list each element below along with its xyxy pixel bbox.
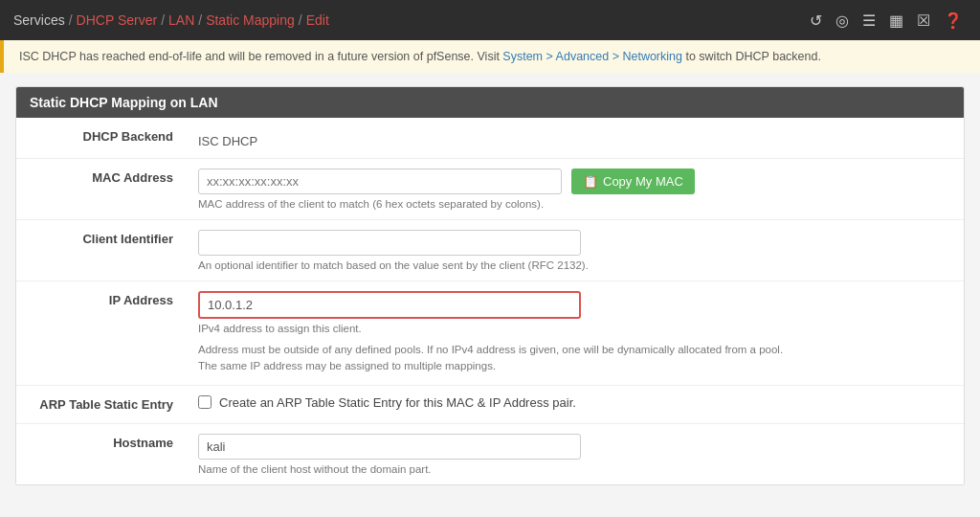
breadcrumb-static-mapping[interactable]: Static Mapping [206, 12, 295, 28]
label-client-identifier: Client Identifier [16, 220, 189, 281]
label-hostname: Hostname [16, 423, 189, 484]
mac-address-input[interactable] [198, 169, 562, 194]
alert-banner: ISC DHCP has reached end-of-life and wil… [0, 40, 980, 73]
chart-icon[interactable]: ▦ [885, 10, 907, 32]
breadcrumb-sep-2: / [161, 12, 165, 28]
list-icon[interactable]: ☰ [858, 10, 880, 32]
value-arp-static: Create an ARP Table Static Entry for thi… [189, 385, 964, 423]
row-dhcp-backend: DHCP Backend ISC DHCP [16, 118, 964, 159]
mac-input-row: 📋 Copy My MAC [198, 169, 948, 194]
refresh-icon[interactable]: ↺ [806, 10, 826, 32]
value-dhcp-backend: ISC DHCP [189, 118, 964, 159]
label-mac-address: MAC Address [16, 159, 189, 220]
row-mac-address: MAC Address 📋 Copy My MAC MAC address of… [16, 159, 964, 220]
arp-static-checkbox[interactable] [198, 395, 212, 409]
target-icon[interactable]: ◎ [832, 10, 853, 32]
main-container: Static DHCP Mapping on LAN DHCP Backend … [0, 73, 980, 499]
label-arp-static: ARP Table Static Entry [16, 385, 189, 423]
arp-static-label[interactable]: Create an ARP Table Static Entry for thi… [219, 395, 576, 410]
breadcrumb-services: Services [13, 12, 65, 28]
doc-icon[interactable]: ☒ [913, 10, 934, 32]
copy-my-mac-button[interactable]: 📋 Copy My MAC [571, 169, 695, 194]
ip-address-help2: Address must be outside of any defined p… [198, 342, 948, 375]
client-identifier-input[interactable] [198, 230, 581, 256]
client-identifier-help: An optional identifier to match based on… [198, 259, 948, 271]
ip-address-input[interactable] [198, 291, 581, 319]
value-mac-address: 📋 Copy My MAC MAC address of the client … [189, 159, 964, 220]
panel-body: DHCP Backend ISC DHCP MAC Address � [16, 118, 964, 484]
hostname-help: Name of the client host without the doma… [198, 463, 948, 475]
label-ip-address: IP Address [16, 281, 189, 386]
dhcp-backend-value: ISC DHCP [198, 127, 948, 148]
value-hostname: Name of the client host without the doma… [189, 423, 964, 484]
form-table: DHCP Backend ISC DHCP MAC Address � [16, 118, 964, 484]
breadcrumb-sep-3: / [198, 12, 202, 28]
copy-icon: 📋 [583, 174, 598, 189]
row-ip-address: IP Address IPv4 address to assign this c… [16, 281, 964, 386]
value-client-identifier: An optional identifier to match based on… [189, 220, 964, 281]
panel-title: Static DHCP Mapping on LAN [16, 87, 964, 118]
row-hostname: Hostname Name of the client host without… [16, 423, 964, 484]
value-ip-address: IPv4 address to assign this client. Addr… [189, 281, 964, 386]
arp-checkbox-row: Create an ARP Table Static Entry for thi… [198, 395, 948, 410]
breadcrumb-dhcp-server[interactable]: DHCP Server [77, 12, 158, 28]
breadcrumb-sep-1: / [69, 12, 73, 28]
breadcrumb-edit[interactable]: Edit [306, 12, 329, 28]
panel: Static DHCP Mapping on LAN DHCP Backend … [15, 86, 965, 485]
row-arp-static: ARP Table Static Entry Create an ARP Tab… [16, 385, 964, 423]
breadcrumb-sep-4: / [299, 12, 302, 28]
mac-help-text: MAC address of the client to match (6 he… [198, 198, 948, 210]
hostname-input[interactable] [198, 434, 581, 460]
breadcrumb: Services / DHCP Server / LAN / Static Ma… [13, 12, 329, 28]
ip-address-help1: IPv4 address to assign this client. [198, 323, 948, 334]
alert-link[interactable]: System > Advanced > Networking [502, 50, 682, 63]
help-icon[interactable]: ❓ [940, 10, 967, 32]
navbar: Services / DHCP Server / LAN / Static Ma… [0, 0, 980, 40]
label-dhcp-backend: DHCP Backend [16, 118, 189, 159]
nav-icons: ↺ ◎ ☰ ▦ ☒ ❓ [806, 10, 967, 32]
breadcrumb-lan[interactable]: LAN [168, 12, 194, 28]
alert-text: ISC DHCP has reached end-of-life and wil… [19, 50, 821, 63]
row-client-identifier: Client Identifier An optional identifier… [16, 220, 964, 281]
